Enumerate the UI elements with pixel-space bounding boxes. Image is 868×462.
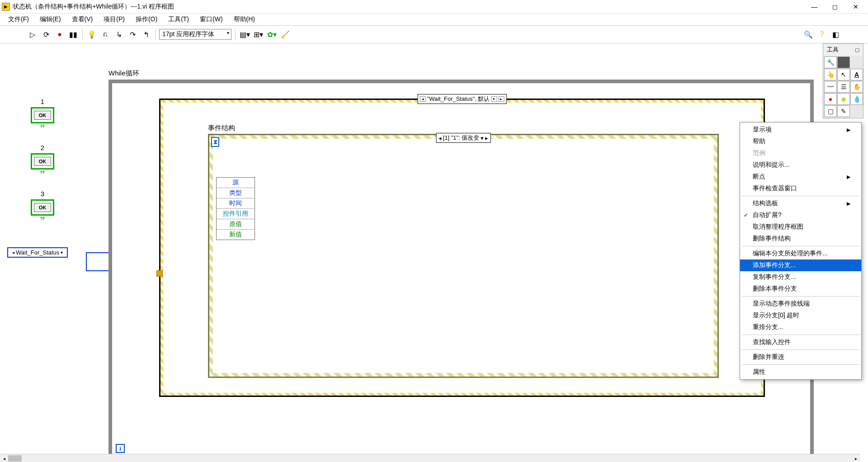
- abort-button[interactable]: ●: [54, 29, 65, 40]
- step-into-button[interactable]: ↳: [113, 29, 124, 40]
- close-button[interactable]: ✕: [845, 0, 866, 13]
- context-help-button[interactable]: ◧: [830, 29, 841, 40]
- reorder-button[interactable]: ✿▾: [266, 29, 277, 40]
- color-tool-bg-icon[interactable]: ▢: [824, 105, 837, 117]
- menu-project[interactable]: 项目(P): [99, 14, 129, 24]
- context-menu-item[interactable]: 删除本事件分支: [740, 283, 861, 295]
- context-menu-item[interactable]: 取消整理程序框图: [740, 221, 861, 233]
- boolean-control-1[interactable]: 1 OKTF: [31, 98, 54, 123]
- context-menu-item[interactable]: ✓自动扩展?: [740, 209, 861, 221]
- run-continuously-button[interactable]: ⟳: [41, 29, 52, 40]
- color-tool-fg-icon[interactable]: ✎: [837, 105, 850, 117]
- case-dropdown-icon[interactable]: ▾: [491, 96, 497, 102]
- menu-tools[interactable]: 工具(T): [164, 14, 193, 24]
- probe-tool-icon[interactable]: ◉: [837, 93, 850, 105]
- enum-decrement-icon[interactable]: ◂: [11, 250, 16, 255]
- pause-button[interactable]: ▮▮: [68, 29, 79, 40]
- context-menu-item[interactable]: 编辑本分支所处理的事件...: [740, 248, 861, 259]
- step-out-button[interactable]: ↰: [141, 29, 151, 40]
- event-data-oldval[interactable]: 原值: [217, 219, 255, 230]
- operate-tool-icon[interactable]: 👆: [824, 69, 837, 80]
- event-dropdown-icon[interactable]: ▾: [481, 135, 484, 141]
- tools-palette-title[interactable]: 工具 ▢: [823, 44, 863, 56]
- boolean-control-3[interactable]: 3 OKTF: [31, 190, 54, 216]
- run-button[interactable]: ▷: [27, 29, 38, 40]
- menu-file[interactable]: 文件(F): [4, 14, 33, 24]
- context-menu-item[interactable]: 查找输入控件: [740, 336, 861, 348]
- context-menu-item[interactable]: 属性: [740, 366, 861, 378]
- event-timeout-icon[interactable]: ⧗: [211, 137, 219, 147]
- separator: [155, 29, 156, 40]
- minimize-button[interactable]: —: [804, 0, 825, 13]
- menu-separator: [742, 349, 859, 350]
- horizontal-scrollbar[interactable]: ◂ ▸: [0, 454, 860, 462]
- context-menu-item[interactable]: 重排分支...: [740, 321, 861, 333]
- scroll-thumb[interactable]: [8, 455, 22, 462]
- scroll-tool-icon[interactable]: ✋: [850, 81, 863, 93]
- event-next-icon[interactable]: ▸: [485, 135, 488, 141]
- event-selector[interactable]: ◂ [1] "1": 值改变 ▾ ▸: [436, 133, 491, 143]
- toolbar: ▷ ⟳ ● ▮▮ 💡 ⎌ ↳ ↷ ↰ 17pt 应用程序字体 ▤▾ ⊞▾ ✿▾ …: [0, 25, 868, 43]
- event-data-newval[interactable]: 新值: [217, 230, 255, 240]
- context-menu-item[interactable]: 复制事件分支...: [740, 271, 861, 283]
- text-tool-icon[interactable]: A: [850, 69, 863, 80]
- menu-item-label: 取消整理程序框图: [753, 223, 803, 231]
- auto-tool-icon[interactable]: 🔧: [824, 57, 837, 68]
- palette-pin-icon[interactable]: ▢: [855, 47, 859, 53]
- context-menu-item[interactable]: 显示分支[0] 超时: [740, 310, 861, 321]
- block-diagram-canvas[interactable]: 1 OKTF 2 OKTF 3 OKTF ◂ Wait_For_Status ▾…: [0, 43, 868, 462]
- enum-constant[interactable]: ◂ Wait_For_Status ▾: [7, 247, 68, 258]
- distribute-button[interactable]: ⊞▾: [253, 29, 264, 40]
- font-selector[interactable]: 17pt 应用程序字体: [159, 29, 231, 40]
- event-structure[interactable]: ⧗ ◂ [1] "1": 值改变 ▾ ▸: [208, 134, 719, 378]
- context-menu-item[interactable]: 添加事件分支...: [740, 259, 861, 271]
- scroll-left-icon[interactable]: ◂: [0, 454, 8, 462]
- menu-operate[interactable]: 操作(O): [131, 14, 162, 24]
- menu-view[interactable]: 查看(V): [67, 14, 98, 24]
- event-data-time[interactable]: 时间: [217, 198, 255, 209]
- context-menu-item[interactable]: 删除并重连: [740, 351, 861, 363]
- wiring-tool-icon[interactable]: 〰: [824, 81, 837, 93]
- loop-index-terminal[interactable]: i: [116, 444, 125, 453]
- tools-palette[interactable]: 工具 ▢ 🔧 👆 ↖ A 〰 ☰ ✋ ● ◉ 💧 ▢ ✎: [823, 43, 863, 118]
- align-button[interactable]: ▤▾: [239, 29, 250, 40]
- context-menu-item[interactable]: 说明和提示...: [740, 159, 861, 171]
- case-input-tunnel[interactable]: [156, 270, 163, 277]
- context-menu-item[interactable]: 结构选板▶: [740, 198, 861, 209]
- case-selector[interactable]: ◂ "Wait_For_Status", 默认 ▾ ▸: [418, 94, 507, 104]
- tool-bar-icon[interactable]: [837, 57, 850, 68]
- context-menu-item[interactable]: 删除事件结构: [740, 233, 861, 245]
- context-menu-item[interactable]: 显示项▶: [740, 124, 861, 136]
- event-prev-icon[interactable]: ◂: [439, 135, 442, 141]
- breakpoint-tool-icon[interactable]: ●: [824, 93, 837, 105]
- control-label: 2: [31, 144, 54, 151]
- help-button[interactable]: ?: [816, 29, 827, 40]
- shortcut-menu-tool-icon[interactable]: ☰: [837, 81, 850, 93]
- menu-window[interactable]: 窗口(W): [195, 14, 227, 24]
- retain-wire-values-button[interactable]: ⎌: [100, 29, 111, 40]
- position-tool-icon[interactable]: ↖: [837, 69, 850, 80]
- step-over-button[interactable]: ↷: [127, 29, 138, 40]
- boolean-control-2[interactable]: 2 OKTF: [31, 144, 54, 170]
- event-data-node[interactable]: 源 类型 时间 控件引用 原值 新值: [216, 177, 255, 240]
- clean-up-button[interactable]: 🧹: [280, 29, 291, 40]
- event-data-type[interactable]: 类型: [217, 188, 255, 198]
- context-menu-item[interactable]: 显示动态事件接线端: [740, 298, 861, 310]
- enum-increment-icon[interactable]: ▾: [59, 250, 64, 255]
- context-menu-item[interactable]: 帮助: [740, 136, 861, 147]
- color-copy-tool-icon[interactable]: 💧: [850, 93, 863, 105]
- highlight-execution-button[interactable]: 💡: [86, 29, 97, 40]
- context-menu-item[interactable]: 断点▶: [740, 171, 861, 183]
- menu-edit[interactable]: 编辑(E): [35, 14, 66, 24]
- case-prev-icon[interactable]: ◂: [420, 96, 426, 102]
- menu-item-label: 帮助: [753, 137, 765, 146]
- menu-help[interactable]: 帮助(H): [229, 14, 259, 24]
- event-data-ctlref[interactable]: 控件引用: [217, 209, 255, 219]
- maximize-button[interactable]: ◻: [825, 0, 845, 13]
- search-button[interactable]: 🔍: [803, 29, 814, 40]
- case-next-icon[interactable]: ▸: [498, 96, 504, 102]
- menu-item-label: 重排分支...: [753, 323, 783, 331]
- event-data-source[interactable]: 源: [217, 178, 255, 188]
- context-menu-item[interactable]: 事件检查器窗口: [740, 183, 861, 194]
- scroll-right-icon[interactable]: ▸: [852, 454, 860, 462]
